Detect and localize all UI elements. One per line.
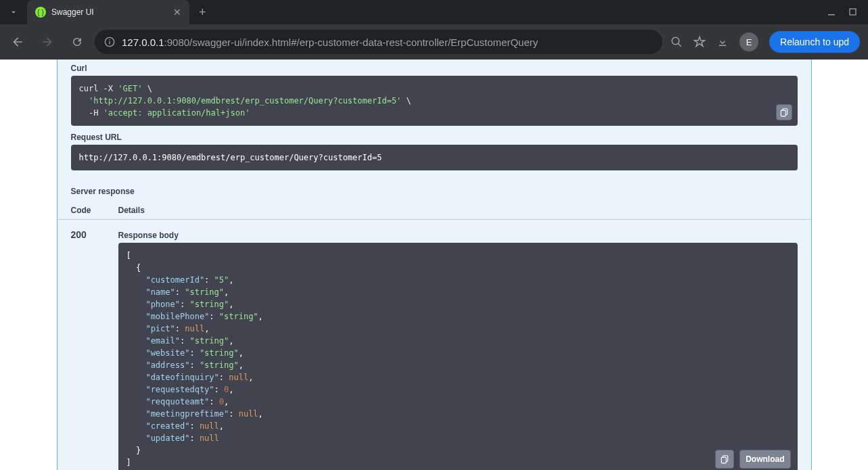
new-tab-button[interactable]: + <box>189 5 216 20</box>
download-icon[interactable] <box>716 36 729 48</box>
tab-close-button[interactable]: ✕ <box>173 7 181 18</box>
tab-title: Swagger UI <box>51 7 168 17</box>
copy-response-button[interactable] <box>715 450 734 469</box>
response-table-header: Code Details <box>58 202 811 220</box>
curl-label: Curl <box>71 64 798 73</box>
bookmark-icon[interactable] <box>693 36 706 48</box>
relaunch-button[interactable]: Relaunch to upd <box>769 31 860 53</box>
browser-toolbar: 127.0.0.1:9080/swagger-ui/index.html#/er… <box>0 24 868 60</box>
svg-rect-10 <box>722 457 727 463</box>
svg-rect-1 <box>850 9 856 15</box>
profile-button[interactable]: E <box>739 32 758 51</box>
code-column-header: Code <box>71 206 118 215</box>
svg-rect-8 <box>781 110 785 116</box>
url-text: 127.0.0.1:9080/swagger-ui/index.html#/er… <box>122 37 538 48</box>
page-content: Curl curl -X 'GET' \ 'http://127.0.0.1:9… <box>0 60 868 470</box>
tab-search-dropdown[interactable] <box>0 0 27 24</box>
browser-chrome: { } Swagger UI ✕ + 127.0.0.1:908 <box>0 0 868 60</box>
request-url-block: http://127.0.0.1:9080/emdbrest/erp_custo… <box>71 145 798 170</box>
response-details: Response body [ { "customerId": "5", "na… <box>118 229 798 470</box>
maximize-button[interactable] <box>849 8 857 16</box>
response-body-block: [ { "customerId": "5", "name": "string",… <box>118 243 798 470</box>
svg-point-5 <box>672 37 679 45</box>
clipboard-icon <box>779 108 789 117</box>
address-bar[interactable]: 127.0.0.1:9080/swagger-ui/index.html#/er… <box>95 30 662 54</box>
copy-curl-button[interactable] <box>776 104 792 120</box>
site-info-icon[interactable] <box>104 37 115 47</box>
svg-line-6 <box>678 43 681 47</box>
browser-tab[interactable]: { } Swagger UI ✕ <box>27 0 189 24</box>
swagger-container: Curl curl -X 'GET' \ 'http://127.0.0.1:9… <box>8 60 861 470</box>
window-controls <box>827 8 868 16</box>
swagger-favicon-icon: { } <box>35 7 46 18</box>
toolbar-right: E Relaunch to upd <box>668 31 863 53</box>
curl-command-block: curl -X 'GET' \ 'http://127.0.0.1:9080/e… <box>71 76 798 126</box>
svg-rect-0 <box>828 14 835 16</box>
forward-button[interactable] <box>35 30 60 54</box>
minimize-button[interactable] <box>827 8 836 16</box>
response-status-code: 200 <box>71 229 118 470</box>
search-icon[interactable] <box>670 36 683 48</box>
response-row: 200 Response body [ { "customerId": "5",… <box>58 225 811 470</box>
svg-rect-4 <box>109 39 110 40</box>
clipboard-icon <box>720 454 729 464</box>
response-body-label: Response body <box>118 231 798 240</box>
download-response-button[interactable]: Download <box>739 450 790 469</box>
svg-rect-3 <box>109 41 110 45</box>
request-url-label: Request URL <box>71 133 798 142</box>
server-response-heading: Server response <box>58 181 811 202</box>
details-column-header: Details <box>118 206 145 215</box>
back-button[interactable] <box>5 30 30 54</box>
chevron-down-icon <box>9 7 18 17</box>
operation-block: Curl curl -X 'GET' \ 'http://127.0.0.1:9… <box>57 60 812 470</box>
tab-bar: { } Swagger UI ✕ + <box>0 0 868 24</box>
reload-button[interactable] <box>65 30 89 54</box>
